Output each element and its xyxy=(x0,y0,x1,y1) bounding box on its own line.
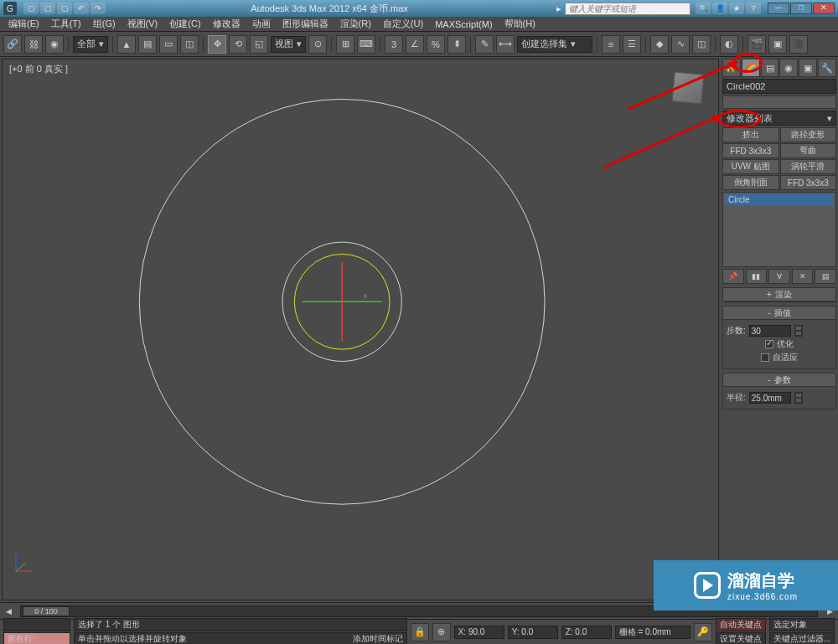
viewcube[interactable] xyxy=(668,68,710,110)
select-name-icon[interactable]: ▤ xyxy=(138,35,157,54)
remove-mod-icon[interactable]: ✕ xyxy=(792,269,814,284)
schematic-icon[interactable]: ◫ xyxy=(692,35,711,54)
add-time-tag[interactable]: 添加时间标记 xyxy=(353,633,403,644)
selection-filter[interactable]: 全部 ▾ xyxy=(73,36,108,53)
unique-icon[interactable]: ∀ xyxy=(768,269,790,284)
menu-view[interactable]: 视图(V) xyxy=(122,18,163,30)
chevron-right-icon[interactable]: ▸ xyxy=(556,3,561,14)
mod-turbosmooth-button[interactable]: 涡轮平滑 xyxy=(780,159,837,174)
unlink-icon[interactable]: ⛓ xyxy=(24,35,43,54)
menu-edit[interactable]: 编辑(E) xyxy=(3,18,44,30)
show-endresult-icon[interactable]: ▮▮ xyxy=(746,269,768,284)
steps-spinner[interactable] xyxy=(794,325,803,337)
stack-item-circle[interactable]: Circle xyxy=(725,194,834,205)
mod-bend-button[interactable]: 弯曲 xyxy=(780,143,837,158)
mod-pathdeform-button[interactable]: 路径变形 xyxy=(780,127,837,142)
close-button[interactable]: ✕ xyxy=(813,3,835,14)
menu-custom[interactable]: 自定义(U) xyxy=(378,18,428,30)
tab-display-icon[interactable]: ▣ xyxy=(799,59,817,77)
layers-icon[interactable]: ☰ xyxy=(623,35,641,54)
rollout-render-header[interactable]: +渲染 xyxy=(723,288,835,301)
infocenter-icon[interactable]: 🔍 xyxy=(696,3,711,14)
scale-icon[interactable]: ◱ xyxy=(250,35,268,54)
tab-motion-icon[interactable]: ◉ xyxy=(779,59,798,77)
mod-uvw-button[interactable]: UVW 贴图 xyxy=(722,159,779,174)
link-icon[interactable]: 🔗 xyxy=(3,35,22,54)
render-prod-icon[interactable]: 🎥 xyxy=(789,35,808,54)
edit-named-sel-icon[interactable]: ✎ xyxy=(475,35,494,54)
mod-ffd2-button[interactable]: FFD 3x3x3 xyxy=(780,175,837,190)
minimize-button[interactable]: — xyxy=(768,3,789,14)
menu-tools[interactable]: 工具(T) xyxy=(46,18,86,30)
object-color-swatch[interactable] xyxy=(722,95,836,109)
percent-snap-icon[interactable]: % xyxy=(427,35,445,54)
qat-open-icon[interactable]: ▢ xyxy=(40,3,55,14)
bind-icon[interactable]: ◉ xyxy=(45,35,64,54)
tab-modify-icon[interactable]: 🌈 xyxy=(742,59,760,77)
coord-x[interactable]: X: 90.0 xyxy=(454,626,504,639)
favorites-icon[interactable]: ★ xyxy=(729,3,744,14)
select-icon[interactable]: ▲ xyxy=(117,35,136,54)
spinner-snap-icon[interactable]: ⬍ xyxy=(447,35,466,54)
move-icon[interactable]: ✥ xyxy=(208,35,226,54)
abs-rel-icon[interactable]: ⊕ xyxy=(432,623,451,641)
timeline-handle-icon[interactable]: ◀ xyxy=(0,607,17,616)
window-crossing-icon[interactable]: ◫ xyxy=(180,35,199,54)
modifier-stack[interactable]: Circle xyxy=(722,192,836,267)
menu-help[interactable]: 帮助(H) xyxy=(499,18,541,30)
qat-redo-icon[interactable]: ↷ xyxy=(91,3,106,14)
render-frame-icon[interactable]: ▣ xyxy=(768,35,787,54)
align-icon[interactable]: ≡ xyxy=(602,35,620,54)
menu-maxscript[interactable]: MAXScript(M) xyxy=(430,19,497,29)
qat-new-icon[interactable]: ▢ xyxy=(23,3,39,14)
lock-icon[interactable]: 🔒 xyxy=(411,623,429,641)
configure-sets-icon[interactable]: ▤ xyxy=(815,269,836,284)
mod-ffd-button[interactable]: FFD 3x3x3 xyxy=(722,143,779,158)
snap-toggle-icon[interactable]: 3 xyxy=(385,35,403,54)
steps-input[interactable] xyxy=(749,325,791,337)
pivot-icon[interactable]: ⊙ xyxy=(308,35,327,54)
menu-anim[interactable]: 动画 xyxy=(247,18,276,30)
select-rect-icon[interactable]: ▭ xyxy=(159,35,178,54)
angle-snap-icon[interactable]: ∠ xyxy=(406,35,424,54)
key-icon[interactable]: 🔑 xyxy=(694,623,712,641)
signin-icon[interactable]: 👤 xyxy=(712,3,727,14)
coord-y[interactable]: Y: 0.0 xyxy=(508,626,558,639)
rotate-icon[interactable]: ⟲ xyxy=(229,35,247,54)
graphite-icon[interactable]: ◆ xyxy=(650,35,669,54)
curve-editor-icon[interactable]: ∿ xyxy=(671,35,690,54)
optimize-checkbox[interactable] xyxy=(765,340,773,348)
ref-coord[interactable]: 视图 ▾ xyxy=(271,36,306,53)
rollout-interp-header[interactable]: -插值 xyxy=(723,307,835,320)
menu-create[interactable]: 创建(C) xyxy=(164,18,205,30)
pin-stack-icon[interactable]: 📌 xyxy=(722,269,744,284)
tab-create-icon[interactable]: ✨ xyxy=(722,59,741,77)
autokey-button[interactable]: 自动关键点 xyxy=(716,618,766,631)
search-input[interactable] xyxy=(565,3,691,15)
mod-bevelprofile-button[interactable]: 倒角剖面 xyxy=(722,175,779,190)
menu-graph[interactable]: 图形编辑器 xyxy=(277,18,334,30)
maximize-button[interactable]: □ xyxy=(790,3,812,14)
coord-z[interactable]: Z: 0.0 xyxy=(561,626,612,639)
qat-undo-icon[interactable]: ↶ xyxy=(74,3,89,14)
menu-modifier[interactable]: 修改器 xyxy=(208,18,246,30)
selkey-dropdown[interactable]: 选定对象 xyxy=(769,618,835,631)
mod-extrude-button[interactable]: 挤出 xyxy=(722,127,779,142)
viewport[interactable]: [+0 前 0 真实 ] x xyxy=(2,59,719,600)
named-selection[interactable]: 创建选择集 ▾ xyxy=(517,36,592,53)
manipulate-icon[interactable]: ⊞ xyxy=(336,35,354,54)
radius-spinner[interactable] xyxy=(794,392,803,404)
qat-save-icon[interactable]: ▢ xyxy=(57,3,72,14)
menu-group[interactable]: 组(G) xyxy=(88,18,121,30)
keyfilter-button[interactable]: 关键点过滤器... xyxy=(769,632,835,644)
script-listener[interactable] xyxy=(3,618,70,631)
radius-input[interactable] xyxy=(749,392,791,404)
menu-render[interactable]: 渲染(R) xyxy=(335,18,376,30)
rollout-params-header[interactable]: -参数 xyxy=(723,374,835,387)
keyboard-icon[interactable]: ⌨ xyxy=(357,35,375,54)
tab-utilities-icon[interactable]: 🔧 xyxy=(818,59,836,77)
setkey-button[interactable]: 设置关键点 xyxy=(716,632,766,644)
mirror-icon[interactable]: ⟷ xyxy=(496,35,515,54)
tab-hierarchy-icon[interactable]: ▤ xyxy=(761,59,779,77)
material-editor-icon[interactable]: ◐ xyxy=(720,35,738,54)
